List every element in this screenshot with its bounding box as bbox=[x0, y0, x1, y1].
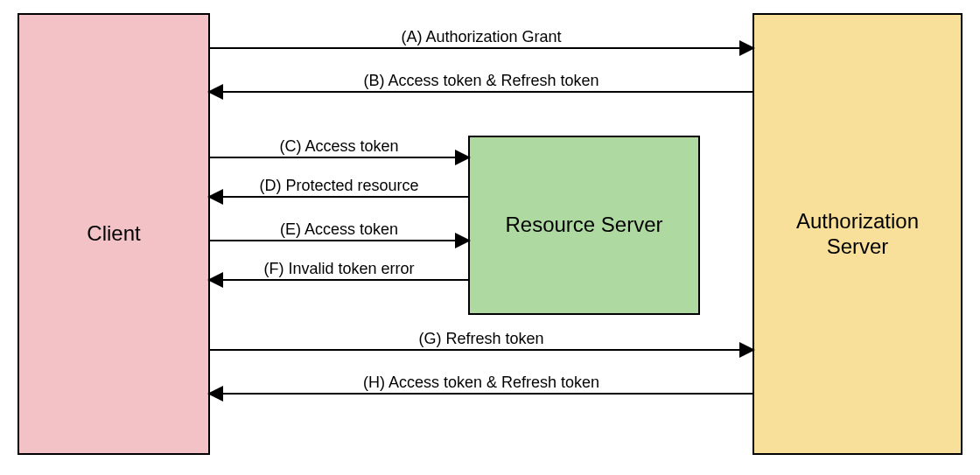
resource-server-box: Resource Server bbox=[468, 136, 700, 315]
authorization-server-label: AuthorizationServer bbox=[796, 209, 919, 260]
client-box: Client bbox=[18, 13, 210, 455]
arrow-f-label: (F) Invalid token error bbox=[263, 260, 414, 278]
arrow-b-label: (B) Access token & Refresh token bbox=[363, 72, 598, 90]
arrow-g-label: (G) Refresh token bbox=[418, 330, 543, 348]
arrow-a-label: (A) Authorization Grant bbox=[401, 28, 561, 46]
diagram-stage: Client Resource Server AuthorizationServ… bbox=[0, 0, 980, 475]
arrow-d-label: (D) Protected resource bbox=[259, 177, 418, 195]
resource-server-label: Resource Server bbox=[505, 213, 662, 238]
client-label: Client bbox=[87, 221, 140, 247]
authorization-server-box: AuthorizationServer bbox=[752, 13, 962, 455]
arrow-c-label: (C) Access token bbox=[279, 137, 398, 156]
arrow-h-label: (H) Access token & Refresh token bbox=[363, 374, 599, 392]
arrow-e-label: (E) Access token bbox=[280, 220, 398, 239]
